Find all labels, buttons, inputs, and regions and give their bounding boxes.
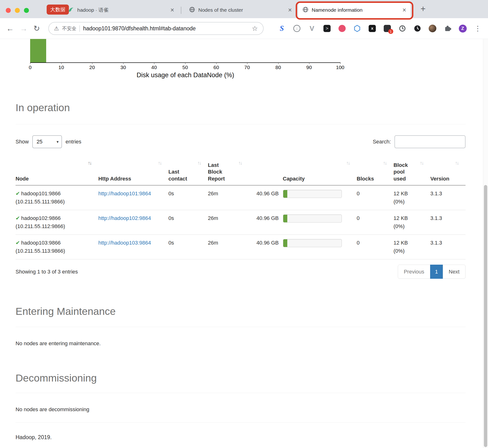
next-page-button[interactable]: Next [443, 265, 465, 279]
tab-close-icon[interactable]: × [170, 7, 174, 13]
divider [16, 327, 465, 327]
photo-avatar-icon[interactable] [428, 24, 437, 32]
column-header-http-address[interactable]: ↑↓ Http Address [98, 158, 168, 185]
table-controls: Show 25 ▾ entries Search: [16, 135, 465, 148]
column-header-capacity[interactable]: ↑↓ Capacity [249, 158, 357, 185]
bookmark-star-icon[interactable]: ☆ [252, 25, 258, 32]
forward-icon[interactable]: → [20, 25, 27, 32]
extensions-puzzle-icon[interactable] [444, 24, 452, 32]
table-row-capacity-cell: 40.96 GB [249, 210, 357, 235]
extension-area: S ↓ V > x 1 Z ⋮ [270, 24, 482, 32]
healthy-check-icon: ✔ [16, 215, 20, 221]
capacity-bar-fill [283, 190, 287, 198]
page-footer-text: Hadoop, 2019. [16, 434, 472, 440]
extension-s-icon[interactable]: S [278, 24, 286, 32]
tab-close-icon[interactable]: × [402, 7, 406, 13]
pagination: Previous 1 Next [398, 265, 465, 279]
browser-window: 大数据 hadoop · 语雀 × Nodes of the cluster ×… [0, 0, 488, 448]
table-row-last-contact-cell: 0s [168, 185, 208, 210]
column-header-version[interactable]: ↑↓ Version [430, 158, 465, 185]
profile-avatar[interactable]: Z [459, 24, 467, 32]
divider [16, 124, 465, 124]
overflow-menu-icon[interactable]: ⋮ [474, 24, 482, 32]
tab-title: hadoop · 语雀 [77, 7, 167, 13]
http-address-link[interactable]: http://hadoop102:9864 [98, 215, 151, 221]
url-bar[interactable]: ⚠ 不安全 hadoop101:9870/dfshealth.html#tab-… [48, 22, 264, 35]
table-row-blocks-cell: 0 [357, 185, 393, 210]
http-address-link[interactable]: http://hadoop103:9864 [98, 240, 151, 246]
yuque-favicon-icon [68, 7, 74, 14]
x-tick: 100 [336, 64, 344, 70]
globe-favicon-icon [189, 7, 195, 14]
x-tick: 10 [58, 64, 64, 70]
reload-icon[interactable]: ↻ [33, 25, 40, 32]
table-row-version-cell: 3.1.3 [430, 185, 465, 210]
tab-nodes-of-cluster[interactable]: Nodes of the cluster × [185, 2, 296, 18]
x-tick: 70 [244, 64, 250, 70]
extension-x-icon[interactable]: x [368, 24, 376, 32]
x-tick: 40 [151, 64, 157, 70]
column-header-node[interactable]: ↑↓ Node [16, 158, 98, 185]
page-size-select[interactable]: 25 ▾ [32, 135, 62, 148]
previous-page-button[interactable]: Previous [398, 265, 430, 279]
column-header-last-contact[interactable]: ↑↓ Last contact [168, 158, 208, 185]
page-content: 0 10 20 30 40 50 60 70 80 90 100 Disk us… [0, 39, 488, 448]
tab-hadoop-yuque[interactable]: hadoop · 语雀 × [64, 2, 179, 18]
table-row-blocks-cell: 0 [357, 235, 393, 259]
table-row-http-cell: http://hadoop101:9864 [98, 185, 168, 210]
security-label: 不安全 [62, 25, 76, 32]
sort-icon: ↑↓ [238, 160, 242, 166]
x-tick: 30 [120, 64, 126, 70]
table-row-capacity-cell: 40.96 GB [249, 235, 357, 259]
table-row-node-cell: ✔hadoop103:9866 (10.211.55.113:9866) [16, 235, 98, 259]
entering-maintenance-heading: Entering Maintenance [16, 305, 472, 317]
tab-close-icon[interactable]: × [288, 7, 292, 13]
x-tick: 60 [213, 64, 219, 70]
window-controls [6, 8, 29, 13]
table-row-last-contact-cell: 0s [168, 235, 208, 259]
search-input[interactable] [394, 135, 465, 148]
clock-icon[interactable] [413, 24, 422, 32]
decommissioning-heading: Decommissioning [16, 372, 472, 384]
zoom-window-button[interactable] [24, 8, 29, 13]
extension-hexagon-icon[interactable] [353, 24, 361, 32]
sort-icon: ↑↓ [158, 160, 161, 166]
extension-badged-icon[interactable]: 1 [383, 24, 391, 32]
page-1-button[interactable]: 1 [430, 265, 443, 279]
url-text: hadoop101:9870/dfshealth.html#tab-datano… [83, 25, 196, 32]
entries-summary: Showing 1 to 3 of 3 entries [16, 269, 78, 275]
extension-download-icon[interactable]: ↓ [293, 24, 301, 32]
extension-badge-count: 1 [388, 29, 393, 34]
tab-namenode-information-active[interactable]: Namenode information × [298, 2, 410, 18]
capacity-progress-bar [283, 190, 342, 198]
table-row-node-cell: ✔hadoop102:9866 (10.211.55.112:9866) [16, 210, 98, 235]
minimize-window-button[interactable] [15, 8, 20, 13]
table-row-last-block-report-cell: 26m [208, 185, 249, 210]
column-header-blocks[interactable]: ↑↓ Blocks [357, 158, 393, 185]
chevron-down-icon: ▾ [57, 139, 59, 144]
sort-icon: ↑↓ [383, 160, 386, 166]
table-row-block-pool-cell: 12 KB (0%) [393, 235, 430, 259]
page-scrollbar[interactable] [483, 39, 488, 448]
x-tick: 0 [29, 64, 32, 70]
back-icon[interactable]: ← [6, 25, 14, 32]
globe-favicon-icon [302, 7, 309, 14]
extension-pink-icon[interactable] [338, 24, 346, 32]
scrollbar-thumb[interactable] [484, 185, 487, 447]
x-tick: 50 [182, 64, 188, 70]
histogram-bar [30, 39, 46, 62]
table-row-version-cell: 3.1.3 [430, 210, 465, 235]
divider [16, 393, 465, 393]
sort-icon: ↑↓ [420, 160, 423, 166]
new-tab-button[interactable]: + [421, 4, 426, 14]
history-clock-icon[interactable] [398, 24, 407, 32]
extension-v-icon[interactable]: V [308, 24, 316, 32]
column-header-last-block-report[interactable]: ↑↓ Last Block Report [208, 158, 249, 185]
extension-terminal-icon[interactable]: > [323, 24, 331, 32]
close-window-button[interactable] [6, 8, 11, 13]
x-tick: 90 [306, 64, 312, 70]
table-row-block-pool-cell: 12 KB (0%) [393, 210, 430, 235]
http-address-link[interactable]: http://hadoop101:9864 [98, 191, 151, 197]
tab-title: Namenode information [312, 7, 399, 13]
column-header-block-pool-used[interactable]: ↑↓ Block pool used [393, 158, 430, 185]
